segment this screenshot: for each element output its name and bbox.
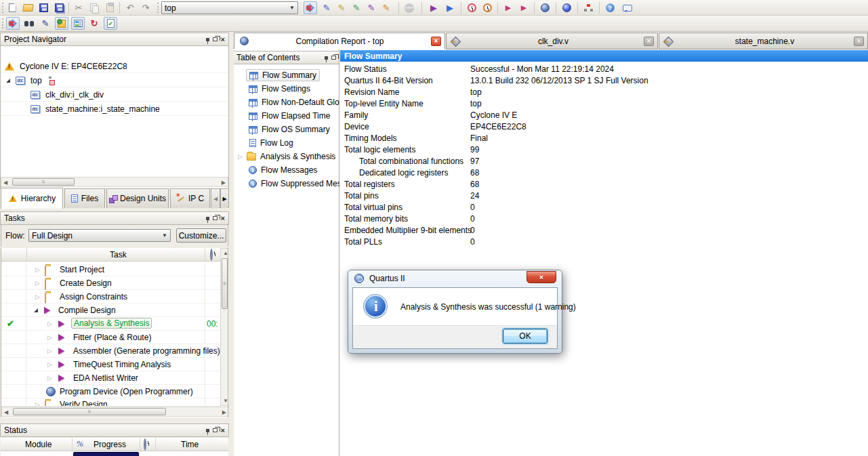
- percent-column-header[interactable]: %: [77, 439, 83, 449]
- task-row-eda-netlist[interactable]: ▷ EDA Netlist Writer: [1, 371, 221, 385]
- programmer-button[interactable]: [538, 1, 552, 14]
- task-row-fitter[interactable]: ▷ Fitter (Place & Route): [1, 331, 221, 344]
- start-compilation-button[interactable]: [304, 1, 317, 14]
- scroll-down-icon[interactable]: ▼: [223, 398, 228, 404]
- toc-item-flow-summary[interactable]: Flow Summary: [234, 68, 339, 82]
- undo-button[interactable]: ↶: [123, 1, 137, 14]
- collapsed-arrow-icon[interactable]: ▷: [35, 293, 40, 300]
- toolbar-grip[interactable]: [2, 3, 4, 13]
- new-file-button[interactable]: [5, 1, 19, 14]
- netlist-viewer-button[interactable]: ▶: [501, 1, 515, 14]
- float-icon[interactable]: [213, 428, 218, 432]
- pnav-h-thumb[interactable]: ≡: [12, 178, 75, 186]
- device-settings-button[interactable]: ✎: [365, 1, 378, 14]
- toc-item-flow-elapsed-time[interactable]: Flow Elapsed Time: [234, 109, 339, 123]
- tasks-v-scrollbar[interactable]: ▲ ≡ ▼: [220, 248, 228, 406]
- compile-design-button[interactable]: [6, 17, 20, 30]
- chip-planner-button[interactable]: [581, 1, 595, 14]
- toc-item-flow-log[interactable]: Flow Log: [234, 136, 339, 150]
- task-row-assembler[interactable]: ▷ Assembler (Generate programming files): [1, 344, 221, 358]
- module-column-header[interactable]: Module: [25, 440, 51, 449]
- tech-map-viewer-button[interactable]: ▶: [517, 1, 531, 14]
- toc-item-flow-os-summary[interactable]: Flow OS Summary: [234, 123, 339, 136]
- tab-scroll-right[interactable]: ▶: [220, 188, 229, 208]
- close-tab-icon[interactable]: ×: [854, 37, 864, 46]
- collapsed-arrow-icon[interactable]: ▷: [238, 153, 243, 160]
- collapsed-arrow-icon[interactable]: ▷: [47, 334, 52, 341]
- float-icon[interactable]: [213, 37, 218, 41]
- signaltap-button[interactable]: [560, 1, 573, 14]
- collapsed-arrow-icon[interactable]: ▷: [47, 361, 52, 368]
- paste-button[interactable]: [103, 1, 117, 14]
- close-icon[interactable]: ×: [221, 36, 225, 43]
- redo-button[interactable]: ↷: [139, 1, 152, 14]
- pin-icon[interactable]: [325, 56, 328, 60]
- tab-scroll-left[interactable]: ◀: [211, 188, 220, 208]
- assignment-editor-button[interactable]: ✎: [350, 1, 363, 14]
- tasks-h-scrollbar[interactable]: ◀ ≡ ▶: [1, 407, 228, 417]
- scroll-right-icon[interactable]: ▶: [222, 180, 226, 186]
- close-tab-icon[interactable]: ×: [431, 37, 441, 46]
- ok-button[interactable]: OK: [503, 329, 547, 344]
- report-settings-button[interactable]: [71, 17, 85, 30]
- float-icon[interactable]: [331, 56, 336, 60]
- scroll-left-icon[interactable]: ◀: [3, 180, 7, 186]
- toolbar-grip[interactable]: [157, 3, 159, 13]
- tree-row-state-machine[interactable]: state_machine:i_state_machine: [1, 102, 228, 116]
- close-tab-icon[interactable]: ×: [644, 37, 654, 46]
- task-row-compile-design[interactable]: Compile Design: [1, 304, 221, 317]
- start-compile-button[interactable]: ▶: [427, 1, 440, 14]
- customize-button[interactable]: Customize...: [176, 228, 226, 243]
- task-row-timequest[interactable]: ▷ TimeQuest Timing Analysis: [1, 358, 221, 371]
- pin-planner-button[interactable]: ✎: [379, 1, 393, 14]
- task-row-verify-design[interactable]: ▷ Verify Design: [1, 398, 221, 407]
- save-all-button[interactable]: [52, 1, 66, 14]
- pnav-h-scrollbar[interactable]: ◀ ≡ ▶: [1, 177, 228, 187]
- task-row-create-design[interactable]: ▷ Create Design: [1, 276, 221, 290]
- flow-combobox[interactable]: Full Design ▼: [28, 229, 171, 242]
- scroll-up-icon[interactable]: ▲: [223, 250, 228, 256]
- tree-row-clk-div[interactable]: clk_div:i_clk_div: [1, 88, 228, 102]
- timing-analyzer-button[interactable]: [480, 1, 494, 14]
- toc-item-flow-non-default[interactable]: Flow Non-Default Globa: [234, 96, 339, 109]
- scroll-right-icon[interactable]: ▶: [222, 409, 226, 415]
- collapsed-arrow-icon[interactable]: ▷: [47, 375, 52, 381]
- toc-item-flow-suppressed[interactable]: Flow Suppressed Messa: [234, 177, 339, 190]
- copy-button[interactable]: [87, 1, 101, 14]
- collapsed-arrow-icon[interactable]: ▷: [47, 348, 52, 354]
- cut-button[interactable]: ✂: [72, 1, 85, 14]
- progress-column-header[interactable]: Progress: [94, 440, 126, 449]
- task-row-analysis-synthesis[interactable]: ✔ ▷ Analysis & Synthesis 00:: [1, 317, 221, 331]
- task-row-assign-constraints[interactable]: ▷ Assign Constraints: [1, 290, 221, 304]
- check-report-button[interactable]: [104, 17, 117, 30]
- pin-icon[interactable]: [206, 429, 209, 432]
- tab-hierarchy[interactable]: Hierarchy: [1, 188, 63, 209]
- float-icon[interactable]: [213, 216, 218, 220]
- tab-files[interactable]: Files: [64, 188, 105, 208]
- partition-merge-button[interactable]: ✎: [335, 1, 348, 14]
- save-button[interactable]: [37, 1, 50, 14]
- refresh-button[interactable]: ↻: [87, 17, 101, 30]
- tab-design-units[interactable]: Design Units: [106, 188, 169, 208]
- time-column-header[interactable]: Time: [181, 440, 199, 449]
- pin-icon[interactable]: [206, 217, 209, 220]
- close-icon[interactable]: ×: [221, 427, 225, 434]
- toc-item-flow-settings[interactable]: Flow Settings: [234, 82, 339, 96]
- timequest-button[interactable]: [465, 1, 478, 14]
- toc-item-analysis-synthesis[interactable]: ▷ Analysis & Synthesis: [234, 150, 339, 163]
- edit-settings-button[interactable]: ✎: [39, 17, 52, 30]
- task-column-header[interactable]: Task: [1, 248, 221, 262]
- help-button[interactable]: ?: [603, 1, 617, 14]
- tasks-h-thumb[interactable]: ≡: [13, 408, 166, 415]
- tab-compilation-report[interactable]: Compilation Report - top ×: [234, 33, 445, 49]
- tab-clk-div[interactable]: clk_div.v ×: [446, 33, 658, 49]
- tasks-v-thumb[interactable]: ≡: [222, 258, 228, 309]
- collapsed-arrow-icon[interactable]: ▷: [47, 320, 52, 327]
- scroll-left-icon[interactable]: ◀: [4, 409, 8, 415]
- collapsed-arrow-icon[interactable]: ▷: [35, 266, 40, 273]
- stop-processing-button[interactable]: STOP: [402, 1, 416, 14]
- tab-state-machine[interactable]: state_machine.v ×: [659, 33, 868, 49]
- feedback-button[interactable]: [621, 1, 634, 14]
- analysis-synthesis-button[interactable]: ✎: [320, 1, 333, 14]
- open-file-button[interactable]: [21, 1, 35, 14]
